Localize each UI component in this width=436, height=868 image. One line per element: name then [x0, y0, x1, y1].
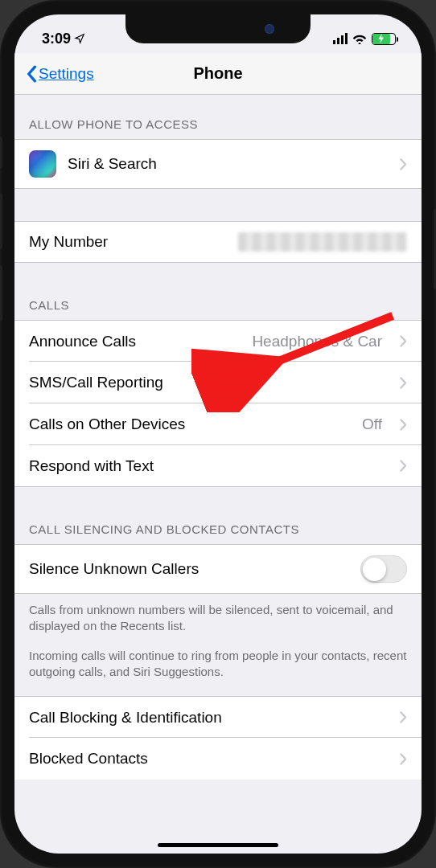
notch [125, 14, 311, 43]
content: ALLOW PHONE TO ACCESS Siri & Search My N… [14, 95, 422, 780]
calls-other-devices-row[interactable]: Calls on Other Devices Off [14, 403, 422, 445]
respond-with-text-label: Respond with Text [29, 457, 382, 475]
announce-calls-value: Headphones & Car [252, 333, 382, 350]
sms-reporting-label: SMS/Call Reporting [29, 374, 382, 391]
chevron-right-icon [400, 158, 407, 170]
wifi-icon [352, 33, 367, 44]
chevron-right-icon [400, 753, 407, 765]
siri-icon [29, 150, 56, 178]
calls-other-devices-label: Calls on Other Devices [29, 416, 351, 433]
siri-search-row[interactable]: Siri & Search [14, 139, 422, 189]
location-arrow-icon [74, 33, 85, 44]
respond-with-text-row[interactable]: Respond with Text [14, 445, 422, 487]
silence-unknown-label: Silence Unknown Callers [29, 560, 349, 578]
blocked-contacts-row[interactable]: Blocked Contacts [14, 738, 422, 780]
call-blocking-label: Call Blocking & Identification [29, 709, 382, 727]
screen: 3:09 Settings Phone ALLOW PHONE T [14, 14, 422, 854]
calls-other-devices-value: Off [362, 416, 382, 433]
front-camera [265, 24, 274, 34]
silence-unknown-toggle[interactable] [360, 555, 407, 583]
section-header-silencing: CALL SILENCING AND BLOCKED CONTACTS [14, 487, 422, 544]
section-header-access: ALLOW PHONE TO ACCESS [14, 95, 422, 139]
my-number-value-redacted [238, 232, 407, 252]
silence-footer-1: Calls from unknown numbers will be silen… [14, 594, 422, 640]
announce-calls-row[interactable]: Announce Calls Headphones & Car [14, 320, 422, 362]
chevron-right-icon [400, 377, 407, 389]
chevron-right-icon [400, 711, 407, 723]
chevron-right-icon [400, 460, 407, 472]
back-button[interactable]: Settings [26, 65, 94, 83]
my-number-label: My Number [29, 233, 227, 251]
mute-switch [0, 137, 2, 169]
back-label: Settings [39, 65, 94, 83]
status-time: 3:09 [42, 31, 71, 47]
siri-label: Siri & Search [68, 155, 382, 173]
chevron-right-icon [400, 419, 407, 431]
cellular-signal-icon [333, 33, 348, 44]
silence-unknown-row[interactable]: Silence Unknown Callers [14, 544, 422, 594]
battery-icon [372, 33, 396, 45]
call-blocking-row[interactable]: Call Blocking & Identification [14, 696, 422, 738]
blocked-contacts-label: Blocked Contacts [29, 750, 382, 768]
toggle-knob [363, 558, 386, 581]
home-indicator[interactable] [158, 843, 278, 847]
sms-reporting-row[interactable]: SMS/Call Reporting [14, 362, 422, 403]
my-number-row[interactable]: My Number [14, 221, 422, 263]
chevron-right-icon [400, 335, 407, 347]
charging-bolt-icon [377, 34, 385, 43]
section-header-calls: CALLS [14, 263, 422, 320]
volume-up-button [0, 193, 2, 249]
announce-calls-label: Announce Calls [29, 333, 241, 350]
volume-down-button [0, 265, 2, 321]
chevron-left-icon [26, 65, 37, 83]
page-title: Phone [193, 64, 242, 83]
phone-frame: 3:09 Settings Phone ALLOW PHONE T [0, 0, 436, 868]
nav-bar: Settings Phone [14, 53, 422, 95]
silence-footer-2: Incoming calls will continue to ring fro… [14, 640, 422, 697]
